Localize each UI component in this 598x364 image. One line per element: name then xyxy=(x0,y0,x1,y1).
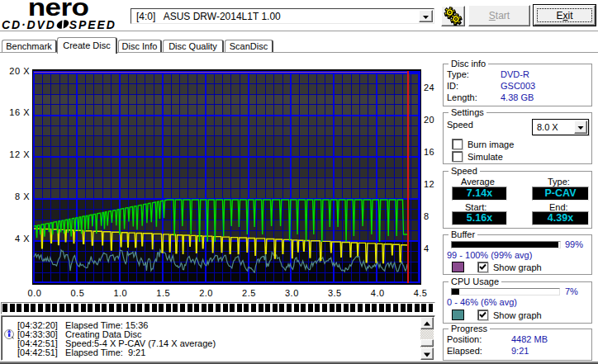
svg-text:0.5: 0.5 xyxy=(71,288,85,298)
svg-text:1.5: 1.5 xyxy=(156,288,170,298)
svg-text:16: 16 xyxy=(424,147,434,157)
svg-text:1.0: 1.0 xyxy=(113,288,127,298)
svg-text:2.0: 2.0 xyxy=(199,288,213,298)
svg-text:4 X: 4 X xyxy=(15,234,30,243)
svg-text:8 X: 8 X xyxy=(15,191,30,201)
svg-text:4.0: 4.0 xyxy=(371,288,385,298)
svg-text:0.0: 0.0 xyxy=(28,288,42,298)
svg-text:12 X: 12 X xyxy=(9,149,30,159)
svg-text:3.5: 3.5 xyxy=(328,288,342,298)
svg-text:20 X: 20 X xyxy=(9,66,30,76)
svg-text:3.0: 3.0 xyxy=(285,288,299,298)
svg-text:12: 12 xyxy=(424,179,434,189)
svg-text:2.5: 2.5 xyxy=(242,288,256,298)
svg-text:8: 8 xyxy=(424,211,430,221)
svg-text:24: 24 xyxy=(424,83,434,92)
svg-text:16 X: 16 X xyxy=(9,107,30,117)
svg-text:20: 20 xyxy=(424,115,434,125)
svg-text:4: 4 xyxy=(424,243,430,253)
svg-text:4.5: 4.5 xyxy=(414,288,428,298)
